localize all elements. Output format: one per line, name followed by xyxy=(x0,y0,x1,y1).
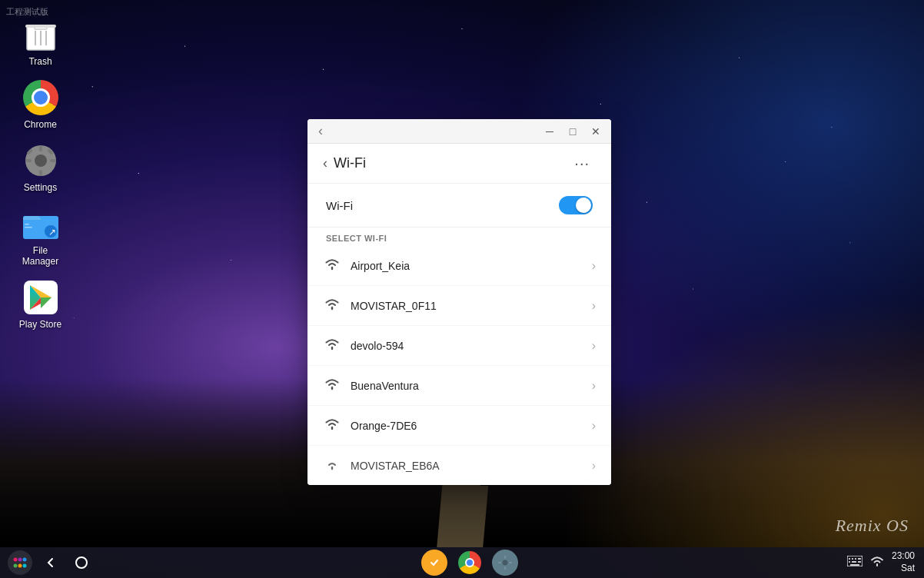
file-manager-icon: ↗ xyxy=(23,208,58,239)
network-name-3: BuenaVentura xyxy=(351,380,419,392)
network-name-1: MOVISTAR_0F11 xyxy=(351,300,437,312)
play-store-label: Play Store xyxy=(19,319,61,330)
desktop-icon-container: Trash Chrome xyxy=(12,12,69,334)
desktop: 工程测试版 Remix OS Trash Chrome xyxy=(0,0,924,578)
keyboard-svg-icon xyxy=(847,556,863,566)
desktop-icon-file-manager[interactable]: ↗ File Manager xyxy=(12,201,69,271)
svg-point-24 xyxy=(23,558,27,562)
app-drawer-icon xyxy=(13,557,27,568)
svg-rect-33 xyxy=(504,566,506,570)
network-left-5: MOVISTAR_EB6A xyxy=(323,457,440,474)
wifi-signal-icon-1 xyxy=(323,297,341,314)
desktop-icon-play-store[interactable]: Play Store xyxy=(12,274,69,334)
taskbar-chrome-center xyxy=(465,558,474,567)
trash-icon xyxy=(25,18,56,51)
taskbar: 23:00 Sat xyxy=(0,547,924,578)
network-name-0: Airport_Keia xyxy=(351,260,410,272)
maximize-button[interactable]: □ xyxy=(563,122,582,141)
network-list: Airport_Keia › MOVISTAR_0F11 › xyxy=(307,246,611,485)
taskbar-back-button[interactable] xyxy=(38,550,63,575)
svg-point-27 xyxy=(23,564,27,568)
network-item-0[interactable]: Airport_Keia › xyxy=(307,246,611,286)
wifi-toggle-switch[interactable] xyxy=(559,196,593,214)
network-item-2[interactable]: devolo-594 › xyxy=(307,326,611,366)
taskbar-app-btn-chrome[interactable] xyxy=(457,550,483,576)
network-left-1: MOVISTAR_0F11 xyxy=(323,297,437,314)
svg-text:↗: ↗ xyxy=(48,227,56,238)
taskbar-app-btn-settings[interactable] xyxy=(492,550,518,576)
wifi-more-menu-button[interactable]: ··· xyxy=(568,153,596,174)
home-icon xyxy=(75,556,88,569)
taskbar-home-button[interactable] xyxy=(69,550,94,575)
svg-rect-35 xyxy=(509,562,512,563)
chrome-icon xyxy=(23,80,58,115)
settings-icon xyxy=(24,144,58,178)
network-chevron-2: › xyxy=(592,339,596,353)
chrome-label: Chrome xyxy=(24,119,57,130)
chrome-icon-img xyxy=(22,79,59,116)
trash-icon-img xyxy=(22,16,59,53)
settings-label: Settings xyxy=(24,182,57,193)
taskbar-app-btn-yellow[interactable] xyxy=(421,550,447,576)
network-left-0: Airport_Keia xyxy=(323,257,410,274)
play-store-icon xyxy=(24,281,58,314)
close-button[interactable]: ✕ xyxy=(587,122,605,141)
desktop-icon-chrome[interactable]: Chrome xyxy=(12,75,69,135)
file-manager-label: File Manager xyxy=(15,245,66,267)
taskbar-center xyxy=(101,550,838,576)
svg-rect-38 xyxy=(852,558,853,560)
svg-rect-39 xyxy=(855,558,856,560)
network-item-5[interactable]: MOVISTAR_EB6A › xyxy=(307,446,611,485)
network-item-4[interactable]: Orange-7DE6 › xyxy=(307,406,611,446)
svg-point-26 xyxy=(18,564,22,568)
svg-rect-37 xyxy=(849,558,850,560)
svg-rect-2 xyxy=(25,25,56,28)
wifi-signal-icon-3 xyxy=(323,377,341,394)
svg-point-22 xyxy=(14,558,18,562)
wifi-signal-icon-0 xyxy=(323,257,341,274)
titlebar-controls: ─ □ ✕ xyxy=(540,122,605,141)
minimize-button[interactable]: ─ xyxy=(540,122,559,141)
taskbar-wifi-icon[interactable] xyxy=(870,556,884,570)
trash-label: Trash xyxy=(28,56,52,67)
svg-rect-16 xyxy=(25,224,29,225)
wifi-back-chevron[interactable]: ‹ xyxy=(323,155,327,171)
desktop-icon-settings[interactable]: Settings xyxy=(12,138,69,198)
settings-icon-img xyxy=(22,142,59,179)
titlebar-back-arrow[interactable]: ‹ xyxy=(314,121,327,141)
wifi-section-header: SELECT WI-FI xyxy=(307,227,611,246)
wifi-signal-icon-2 xyxy=(323,337,341,354)
network-name-4: Orange-7DE6 xyxy=(351,420,417,432)
svg-rect-8 xyxy=(39,145,42,151)
desktop-icon-trash[interactable]: Trash xyxy=(12,12,69,71)
taskbar-wifi-svg xyxy=(870,556,884,566)
svg-point-31 xyxy=(502,560,507,566)
svg-rect-9 xyxy=(39,170,42,176)
network-item-3[interactable]: BuenaVentura › xyxy=(307,366,611,406)
wifi-title: Wi-Fi xyxy=(334,155,366,171)
taskbar-app-drawer-button[interactable] xyxy=(8,550,32,575)
network-name-5: MOVISTAR_EB6A xyxy=(351,460,440,472)
network-item-1[interactable]: MOVISTAR_0F11 › xyxy=(307,286,611,326)
wifi-signal-icon-5 xyxy=(323,457,341,474)
svg-rect-44 xyxy=(850,564,859,566)
window-content: ‹ Wi-Fi ··· Wi-Fi SELECT WI-FI xyxy=(307,144,611,485)
keyboard-icon[interactable] xyxy=(847,556,863,570)
taskbar-settings-icon xyxy=(497,555,513,570)
taskbar-clock: 23:00 Sat xyxy=(892,550,915,574)
wifi-header: ‹ Wi-Fi ··· xyxy=(307,144,611,184)
svg-point-28 xyxy=(76,557,87,568)
svg-rect-42 xyxy=(852,561,856,563)
wifi-title-row: ‹ Wi-Fi xyxy=(323,155,366,171)
network-name-2: devolo-594 xyxy=(351,340,404,352)
svg-rect-40 xyxy=(858,558,861,560)
svg-rect-34 xyxy=(498,562,501,563)
network-left-4: Orange-7DE6 xyxy=(323,417,417,434)
taskbar-right: 23:00 Sat xyxy=(838,550,924,574)
yellow-app-icon xyxy=(427,556,441,570)
svg-rect-17 xyxy=(25,227,32,228)
svg-rect-32 xyxy=(504,556,506,559)
wifi-toggle-row: Wi-Fi xyxy=(307,184,611,227)
network-left-2: devolo-594 xyxy=(323,337,404,354)
titlebar-left: ‹ xyxy=(314,121,327,141)
